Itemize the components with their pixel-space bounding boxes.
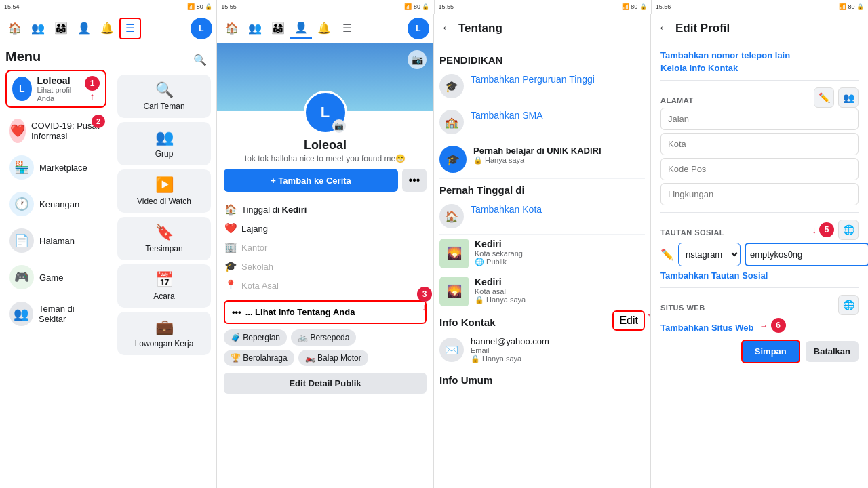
search-icon[interactable]: 🔍 [189,49,211,70]
simpan-button[interactable]: Simpan [741,340,800,363]
alamat-more-icon[interactable]: 👥 [838,87,859,108]
nav-home[interactable]: 🏠 [4,18,26,39]
nav-friends[interactable]: 👥 [27,18,49,39]
office-icon: 🏢 [224,241,237,253]
right-item-grup[interactable]: 👥 Grup [117,122,211,165]
nav-menu[interactable]: ☰ [119,18,141,39]
cover-camera[interactable]: 📷 [408,50,427,69]
p2-nav-friends[interactable]: 👥 [244,18,266,39]
nav-bar-2: 🏠 👥 👨‍👩‍👧 👤 🔔 ☰ L [217,14,433,43]
alamat-edit-icon[interactable]: ✏️ [814,87,834,108]
add-story-btn[interactable]: + Tambah ke Cerita [224,169,398,192]
tambahkan-situs-link[interactable]: Tambahkan Situs Web [660,323,754,333]
tautan-input[interactable] [745,243,868,266]
tautan-select[interactable]: nstagram Facebook Twitter [678,243,741,266]
hobby-balap[interactable]: 🏍️ Balap Motor [298,350,368,366]
avatar-wrapper: L 📷 [304,91,347,134]
nav-bell[interactable]: 🔔 [96,18,118,39]
status-bars: 15.54 📶 80 🔒 15.55 📶 80 🔒 15.55 📶 80 🔒 1… [0,0,868,14]
lowongan-icon: 💼 [155,319,174,336]
home-icon: 🏠 [224,203,237,216]
menu-item-kenangan[interactable]: 🕐 Kenangan [5,186,106,222]
p2-nav-bell[interactable]: 🔔 [313,18,335,39]
jalan-input[interactable] [660,108,859,130]
arrow-down: ↓ [422,302,427,312]
tambahkan-kota-text[interactable]: Tambahkan Kota [471,204,542,215]
sma-text-container: Tambahkan SMA [471,110,543,121]
p2-avatar[interactable]: L [408,18,429,39]
p2-nav-menu[interactable]: ☰ [336,18,358,39]
profile-actions: + Tambah ke Cerita ••• [217,169,433,197]
profile-info: Loleoal Lihat profil Anda [37,75,79,102]
hobby-bepergian[interactable]: 🧳 Bepergian [224,329,287,346]
kota-input[interactable] [660,133,859,155]
profile-name: Loleoal [37,75,79,86]
edit-back-icon[interactable]: ← [658,21,670,35]
back-icon[interactable]: ← [441,21,453,35]
right-item-acara[interactable]: 📅 Acara [117,264,211,308]
time-3: 15.55 [439,3,454,10]
nav-bar-3: ← Tentang [434,14,650,43]
hobby-berolahraga[interactable]: 🏆 Berolahraga [224,350,294,366]
lingkungan-input[interactable] [660,183,859,205]
p2-nav-home[interactable]: 🏠 [221,18,243,39]
game-icon: 🎮 [9,265,34,289]
info-tinggal: 🏠 Tinggal di Kediri [224,200,427,219]
edit-profil-content: Tambahkan nomor telepon lain Kelola Info… [651,43,868,488]
action-row: Simpan Batalkan [660,340,859,363]
acara-icon: 📅 [155,271,174,289]
right-item-tersimpan[interactable]: 🔖 Tersimpan [117,217,211,260]
menu-item-marketplace[interactable]: 🏪 Marketplace [5,150,106,185]
marketplace-icon: 🏪 [9,155,34,180]
tentang-item-unik: 🎓 Pernah belajar di UNIK KADIRI 🔒 Hanya … [439,140,645,179]
tambahkan-tautan-link[interactable]: Tambahkan Tautan Sosial [660,270,859,281]
nav-groups[interactable]: 👨‍👩‍👧 [50,18,72,39]
menu-item-game[interactable]: 🎮 Game [5,260,106,295]
tentang-item-sma: 🏫 Tambahkan SMA [439,104,645,140]
circle-2: 2 [92,115,105,128]
info-umum-header: Info Umum [439,374,645,386]
menu-item-teman[interactable]: 👥 Teman di Sekitar [5,296,106,331]
more-btn[interactable]: ••• [402,169,427,192]
unik-icon: 🎓 [439,146,467,173]
nav-profile[interactable]: 👤 [73,18,95,39]
tautan-edit-icon[interactable]: ✏️ [660,248,674,261]
sma-text[interactable]: Tambahkan SMA [471,110,543,121]
p2-nav-profile[interactable]: 👤 [290,18,312,39]
tautan-globe-icon[interactable]: 🌐 [838,220,859,240]
batal-button[interactable]: Batalkan [806,341,859,362]
edit-kontak-btn[interactable]: Edit [612,310,645,331]
right-item-cari[interactable]: 🔍 Cari Teman [117,75,211,118]
profile-info-section: 🏠 Tinggal di Kediri ❤️ Lajang 🏢 Kantor 🎓… [217,197,433,298]
kontak-info: hannel@yahoo.com Email 🔒 Hanya saya [471,336,549,363]
sma-icon: 🏫 [439,110,464,134]
status-bar-1: 15.54 📶 80 🔒 [0,0,217,14]
profile-menu-item[interactable]: L Loleoal Lihat profil Anda 1 ↑ [5,70,106,108]
nav-avatar[interactable]: L [191,18,212,39]
p2-nav-groups[interactable]: 👨‍👩‍👧 [267,18,289,39]
signals-2: 📶 80 🔒 [404,3,429,10]
kenangan-icon: 🕐 [9,192,34,216]
menu-area: Menu L Loleoal Lihat profil Anda 1 ↑ [0,43,216,488]
kode-pos-input[interactable] [660,158,859,180]
avatar-camera[interactable]: 📷 [332,119,346,133]
edit-kontak-area: Edit ← 4 [612,310,645,331]
edit-public-btn[interactable]: Edit Detail Publik [224,373,427,394]
kediri-thumb: 🌄 [439,239,469,268]
kelola-info-link[interactable]: Kelola Info Kontak [660,63,859,73]
right-item-video[interactable]: ▶️ Video di Watch [117,169,211,213]
menu-item-covid[interactable]: ❤️ COVID-19: Pusat Informasi 2 [5,113,106,148]
game-label: Game [39,272,63,283]
hobby-bersepeda[interactable]: 🚲 Bersepeda [291,329,356,346]
menu-item-halaman[interactable]: 📄 Halaman [5,223,106,258]
info-lajang: ❤️ Lajang [224,219,427,238]
pt-text[interactable]: Tambahkan Perguruan Tinggi [471,74,595,85]
about-btn[interactable]: ••• ... Lihat Info Tentang Anda 3 ↓ [224,300,427,324]
tambahkan-nomor-link[interactable]: Tambahkan nomor telepon lain [660,50,859,60]
situs-globe-icon[interactable]: 🌐 [838,295,859,315]
right-item-lowongan[interactable]: 💼 Lowongan Kerja [117,312,211,355]
alamat-row: ALAMAT ✏️ 👥 [660,87,859,108]
kediri-asal-name: Kediri [475,277,526,287]
kediri-asal-sub1: Kota asal [475,287,526,296]
right-menu: 🔍 🔍 Cari Teman 👥 Grup ▶️ Video di Watch … [112,43,216,488]
